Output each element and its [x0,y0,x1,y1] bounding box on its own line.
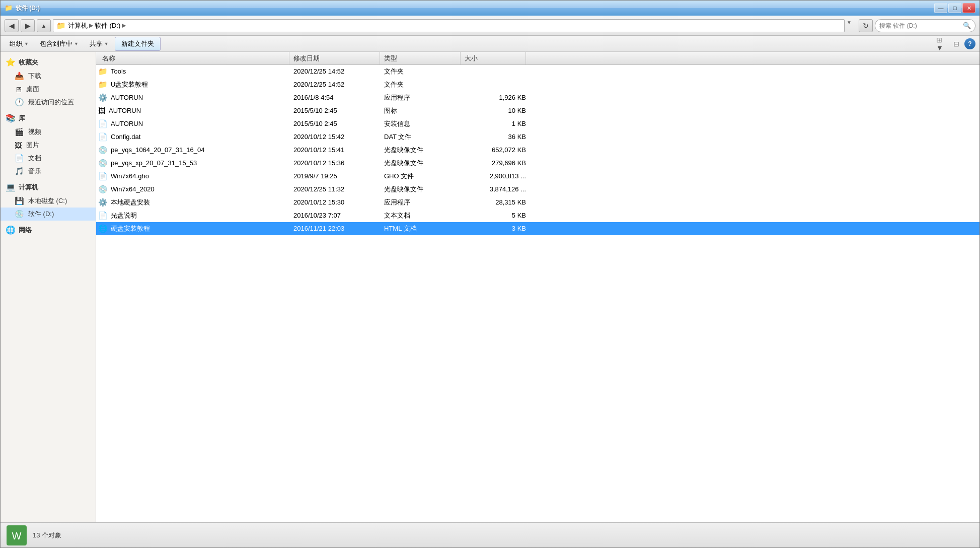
breadcrumb-drive[interactable]: 软件 (D:) [95,21,120,30]
sidebar-item-recent[interactable]: 🕐 最近访问的位置 [1,96,96,109]
file-type-cell: 安装信息 [380,119,461,128]
sidebar-library-header[interactable]: 📚 库 [1,111,96,125]
window-icon: 📁 [5,4,13,12]
file-name-cell: 🖼 AUTORUN [98,106,289,115]
file-name-text: pe_yqs_xp_20_07_31_15_53 [111,159,197,167]
address-bar[interactable]: 📁 计算机 ▶ 软件 (D:) ▶ [53,19,845,32]
up-button[interactable]: ▲ [37,19,51,32]
status-app-icon: W [7,525,27,545]
table-row[interactable]: 📄 光盘说明 2016/10/23 7:07 文本文档 5 KB [96,209,979,222]
share-label: 共享 [90,39,103,48]
file-date-cell: 2016/10/23 7:07 [289,212,380,219]
file-date-cell: 2020/12/25 14:52 [289,81,380,88]
help-button[interactable]: ? [964,38,975,49]
file-size-cell: 3,874,126 ... [461,185,526,193]
file-name-text: Config.dat [111,133,140,141]
file-type-icon: ⚙️ [98,198,108,207]
file-date-cell: 2020/10/12 15:30 [289,198,380,206]
file-type-icon: 📄 [98,119,108,128]
maximize-button[interactable]: □ [948,3,961,13]
file-name-cell: 📄 AUTORUN [98,119,289,128]
table-row[interactable]: 💿 pe_yqs_1064_20_07_31_16_04 2020/10/12 … [96,144,979,157]
folder-icon: 📁 [56,21,66,30]
file-name-cell: ⚙️ 本地硬盘安装 [98,198,289,207]
sidebar-item-pictures[interactable]: 🖼 图片 [1,139,96,152]
computer-label: 计算机 [19,183,38,192]
search-input[interactable] [879,22,961,29]
file-name-cell: 🌐 硬盘安装教程 [98,224,289,233]
new-folder-button[interactable]: 新建文件夹 [115,37,161,51]
refresh-button[interactable]: ↻ [859,19,873,32]
sidebar-section-network: 🌐 网络 [1,223,96,237]
file-type-cell: DAT 文件 [380,132,461,142]
file-type-icon: 🖼 [98,106,106,115]
file-name-cell: 📁 Tools [98,67,289,76]
col-header-modified[interactable]: 修改日期 [289,52,380,64]
share-menu[interactable]: 共享 ▼ [85,37,114,50]
file-size-cell: 1 KB [461,120,526,127]
sidebar-section-favorites: ⭐ 收藏夹 📥 下载 🖥 桌面 🕐 最近访问的位置 [1,55,96,109]
sidebar-item-d-drive[interactable]: 💿 软件 (D:) [1,208,96,221]
sidebar-download-label: 下载 [28,72,41,81]
table-row[interactable]: 🌐 硬盘安装教程 2016/11/21 22:03 HTML 文档 3 KB [96,222,979,235]
preview-pane-button[interactable]: ⊟ [950,38,962,49]
include-library-menu[interactable]: 包含到库中 ▼ [35,37,84,50]
sidebar-item-download[interactable]: 📥 下载 [1,70,96,83]
table-row[interactable]: 📁 Tools 2020/12/25 14:52 文件夹 [96,65,979,78]
table-row[interactable]: 📄 AUTORUN 2015/5/10 2:45 安装信息 1 KB [96,117,979,130]
breadcrumb-sep-2: ▶ [122,22,126,29]
file-date-cell: 2020/10/12 15:42 [289,133,380,141]
col-header-size[interactable]: 大小 [461,52,526,64]
table-row[interactable]: ⚙️ 本地硬盘安装 2020/10/12 15:30 应用程序 28,315 K… [96,196,979,209]
file-type-cell: 光盘映像文件 [380,185,461,194]
file-size-cell: 36 KB [461,133,526,141]
menubar-right: ⊞ ▼ ⊟ ? [936,38,975,49]
search-icon[interactable]: 🔍 [963,22,971,29]
window-title: 软件 (D:) [16,4,40,13]
table-row[interactable]: 📄 Config.dat 2020/10/12 15:42 DAT 文件 36 … [96,130,979,144]
sidebar-network-header[interactable]: 🌐 网络 [1,223,96,237]
table-row[interactable]: 💿 Win7x64_2020 2020/12/25 11:32 光盘映像文件 3… [96,183,979,196]
organize-menu[interactable]: 组织 ▼ [5,37,34,50]
sidebar-desktop-label: 桌面 [26,85,39,94]
file-date-cell: 2020/10/12 15:41 [289,146,380,154]
share-arrow: ▼ [104,41,109,46]
search-bar[interactable]: 🔍 [875,19,975,32]
forward-button[interactable]: ▶ [21,19,35,32]
file-type-icon: 🌐 [98,224,108,233]
file-name-cell: 💿 Win7x64_2020 [98,185,289,194]
file-name-text: U盘安装教程 [111,80,148,89]
table-row[interactable]: 💿 pe_yqs_xp_20_07_31_15_53 2020/10/12 15… [96,157,979,170]
file-type-icon: 📄 [98,211,108,220]
file-name-text: 本地硬盘安装 [111,198,150,207]
file-date-cell: 2020/12/25 11:32 [289,185,380,193]
back-button[interactable]: ◀ [5,19,19,32]
sidebar-item-documents[interactable]: 📄 文档 [1,152,96,165]
breadcrumb-computer[interactable]: 计算机 [68,21,88,30]
file-name-cell: 📄 光盘说明 [98,211,289,220]
sidebar-item-video[interactable]: 🎬 视频 [1,125,96,139]
file-date-cell: 2015/5/10 2:45 [289,107,380,114]
sidebar-item-desktop[interactable]: 🖥 桌面 [1,83,96,96]
col-header-type[interactable]: 类型 [380,52,461,64]
file-name-cell: 📁 U盘安装教程 [98,80,289,89]
sidebar-pictures-label: 图片 [26,141,39,150]
close-button[interactable]: ✕ [962,3,975,13]
view-toggle-button[interactable]: ⊞ ▼ [936,38,948,49]
include-library-arrow: ▼ [74,41,79,46]
sidebar-favorites-header[interactable]: ⭐ 收藏夹 [1,55,96,70]
minimize-button[interactable]: — [934,3,947,13]
sidebar-item-c-drive[interactable]: 💾 本地磁盘 (C:) [1,194,96,208]
address-dropdown-button[interactable]: ▼ [847,20,857,32]
table-row[interactable]: 📄 Win7x64.gho 2019/9/7 19:25 GHO 文件 2,90… [96,170,979,183]
sidebar-computer-header[interactable]: 💻 计算机 [1,180,96,194]
file-type-cell: GHO 文件 [380,172,461,181]
table-row[interactable]: 🖼 AUTORUN 2015/5/10 2:45 图标 10 KB [96,104,979,117]
file-name-text: Win7x64_2020 [111,185,155,193]
file-type-icon: 💿 [98,185,108,194]
file-type-cell: HTML 文档 [380,224,461,233]
sidebar-item-music[interactable]: 🎵 音乐 [1,165,96,178]
table-row[interactable]: 📁 U盘安装教程 2020/12/25 14:52 文件夹 [96,78,979,91]
col-header-name[interactable]: 名称 [98,52,289,64]
table-row[interactable]: ⚙️ AUTORUN 2016/1/8 4:54 应用程序 1,926 KB [96,91,979,104]
